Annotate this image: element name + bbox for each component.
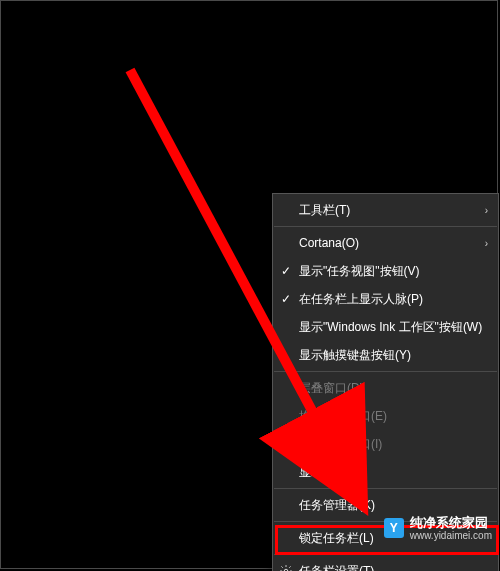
menu-lock-taskbar-label: 锁定任务栏(L) (299, 530, 488, 547)
menu-show-people[interactable]: ✓ 在任务栏上显示人脉(P) (273, 285, 498, 313)
menu-show-touchkb[interactable]: 显示触摸键盘按钮(Y) (273, 341, 498, 369)
menu-cascade-label: 层叠窗口(D) (299, 380, 488, 397)
menu-toolbars[interactable]: 工具栏(T) › (273, 196, 498, 224)
menu-sidebyside: 并排显示窗口(I) (273, 430, 498, 458)
menu-cortana-label: Cortana(O) (299, 236, 481, 250)
check-icon: ✓ (273, 264, 299, 278)
menu-show-taskview[interactable]: ✓ 显示"任务视图"按钮(V) (273, 257, 498, 285)
menu-show-desktop[interactable]: 显示桌面(S) (273, 458, 498, 486)
submenu-arrow-icon: › (485, 238, 488, 249)
menu-task-manager[interactable]: 任务管理器(K) (273, 491, 498, 519)
menu-show-ink[interactable]: 显示"Windows Ink 工作区"按钮(W) (273, 313, 498, 341)
check-icon: ✓ (273, 292, 299, 306)
taskbar-context-menu: 工具栏(T) › Cortana(O) › ✓ 显示"任务视图"按钮(V) ✓ … (272, 193, 499, 571)
menu-show-touchkb-label: 显示触摸键盘按钮(Y) (299, 347, 488, 364)
menu-show-people-label: 在任务栏上显示人脉(P) (299, 291, 488, 308)
menu-sidebyside-label: 并排显示窗口(I) (299, 436, 488, 453)
menu-show-ink-label: 显示"Windows Ink 工作区"按钮(W) (299, 319, 488, 336)
menu-taskbar-settings-label: 任务栏设置(T) (299, 563, 488, 572)
submenu-arrow-icon: › (485, 205, 488, 216)
menu-stacked-label: 堆叠显示窗口(E) (299, 408, 488, 425)
menu-task-manager-label: 任务管理器(K) (299, 497, 488, 514)
menu-toolbars-label: 工具栏(T) (299, 202, 481, 219)
menu-separator (274, 488, 497, 489)
menu-taskbar-settings[interactable]: 任务栏设置(T) (273, 557, 498, 571)
menu-lock-taskbar[interactable]: 锁定任务栏(L) (273, 524, 498, 552)
menu-separator (274, 371, 497, 372)
menu-separator (274, 226, 497, 227)
menu-show-taskview-label: 显示"任务视图"按钮(V) (299, 263, 488, 280)
menu-separator (274, 521, 497, 522)
menu-show-desktop-label: 显示桌面(S) (299, 464, 488, 481)
menu-separator (274, 554, 497, 555)
menu-cascade: 层叠窗口(D) (273, 374, 498, 402)
menu-stacked: 堆叠显示窗口(E) (273, 402, 498, 430)
gear-icon (273, 564, 299, 571)
menu-cortana[interactable]: Cortana(O) › (273, 229, 498, 257)
